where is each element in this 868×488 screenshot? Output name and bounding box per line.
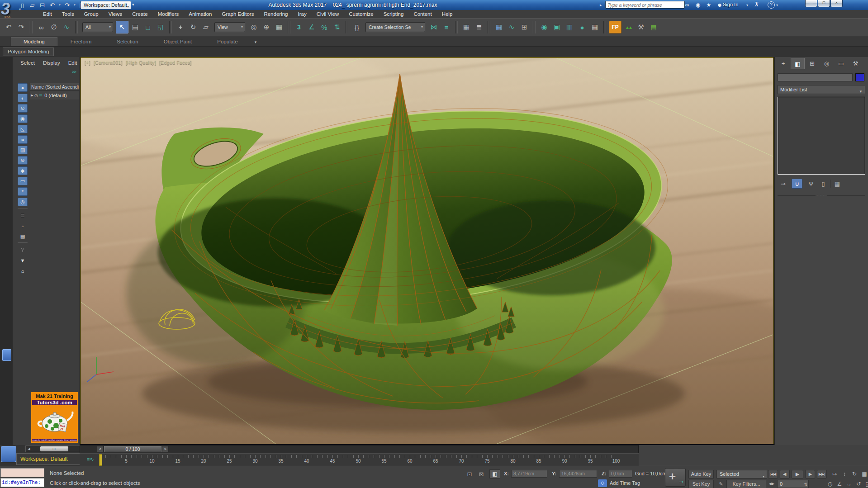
undo-icon[interactable]: ↶ [3,21,14,33]
communication-center-icon[interactable]: ◉ [694,1,702,9]
display-cameras-icon[interactable]: ◉ [18,114,28,123]
edit-named-selections-icon[interactable]: {} [351,21,363,33]
redo-icon[interactable]: ↷ [15,21,27,33]
toolbar-separator[interactable] [455,21,458,33]
display-lights-icon[interactable]: ⊙ [18,104,28,113]
camera-viewport[interactable]: [+][Camera001][High Quality][Edged Faces… [81,57,773,444]
viewport-label-segment[interactable]: [Edged Faces] [159,60,192,65]
y-coordinate-field[interactable]: 16,4428cm [559,470,597,478]
field-of-view-icon[interactable]: ∠ [835,480,844,488]
select-and-move-icon[interactable]: + [175,21,186,33]
next-frame-button[interactable]: |▶ [805,470,815,479]
select-and-link-icon[interactable]: ∞ [35,21,47,33]
time-configuration-icon[interactable]: ◷ [826,480,834,488]
menu-item[interactable]: Help [437,11,458,17]
time-slider-grip[interactable]: 0 / 100 [104,446,161,452]
select-and-scale-icon[interactable]: ▱ [200,21,212,33]
previous-frame-button[interactable]: ◀| [780,470,790,479]
explorer-overflow-icon[interactable]: >> [72,70,76,74]
search-toggle-icon[interactable]: ▸ [600,3,602,7]
container-icon[interactable]: ⌂ [18,266,28,275]
motion-tab[interactable]: ◎ [820,58,834,69]
rectangular-selection-icon[interactable]: □ [142,21,154,33]
display-frozen-objects-icon[interactable]: ▭ [18,177,28,185]
hierarchy-tab[interactable]: ⊞ [805,58,819,69]
toolbar-separator[interactable] [75,21,78,33]
visibility-eye-icon[interactable]: ⊙ [34,93,38,98]
unlink-selection-icon[interactable]: ∅ [48,21,60,33]
maxscript-mini-listener-macro[interactable] [0,468,44,477]
polygon-modeling-panel-button[interactable]: Polygon Modeling [3,47,54,56]
go-to-start-button[interactable]: |◀◀ [768,470,778,479]
snaps-toggle-icon[interactable]: 3 [293,21,305,33]
minimize-button[interactable]: — [805,0,817,7]
explorer-menu-edit[interactable]: Edit [64,60,81,66]
render-production-icon[interactable]: ● [576,21,588,33]
sort-options-icon[interactable]: ≣ [18,211,28,220]
menu-item[interactable]: Iray [293,11,311,17]
align-icon[interactable]: ≡ [441,21,452,33]
add-time-tag-icon[interactable]: ◇ [598,479,607,487]
undo-icon[interactable]: ↶ [48,1,57,9]
menu-item[interactable]: Views [104,11,127,17]
panel-separator[interactable] [790,180,790,188]
frame-step-icons[interactable]: ◀▶ [768,480,775,488]
favorites-icon[interactable]: ★ [705,1,713,9]
open-file-icon[interactable]: ▱ [28,1,37,9]
selection-filter-dropdown[interactable]: All [82,22,113,32]
explorer-menu-display[interactable]: Display [39,60,64,66]
help-icon[interactable]: ? [768,1,775,9]
undo-dropdown-icon[interactable]: ▾ [58,1,62,9]
display-materials-icon[interactable]: ▨ [18,146,28,154]
menu-item[interactable]: Modifiers [153,11,184,17]
ribbon-tab-object-paint[interactable]: Object Paint [152,38,204,46]
scene-explorer-toggle-icon[interactable]: ▦ [460,21,472,33]
ribbon-toggle-icon[interactable]: ▦ [493,21,505,33]
roll-camera-icon[interactable]: ↻ [850,470,859,478]
render-presets-icon[interactable]: ▦ [589,21,601,33]
binoculars-icon[interactable]: ∞ [683,1,691,9]
next-frame-arrow[interactable]: > [162,446,169,452]
play-button[interactable]: ▶ [792,470,803,479]
viewport-label-segment[interactable]: [+] [85,60,90,65]
toolbar-separator[interactable] [288,21,290,33]
expand-arrow-icon[interactable]: ▶ [31,94,33,97]
modify-tab[interactable]: ◧ [791,58,805,69]
set-keys-button[interactable]: + ⊸ [665,468,686,487]
pin-stack-icon[interactable]: ⊸ [778,179,788,189]
ribbon-tabs-dropdown-icon[interactable]: ▾ [251,38,261,46]
select-children-icon[interactable]: ▫ [18,222,28,230]
display-bone-objects-icon[interactable]: * [18,187,28,196]
material-editor-icon[interactable]: ◉ [538,21,550,33]
strip-separator[interactable] [18,242,28,243]
menu-item[interactable]: Edit [38,11,57,17]
project-panel-icon[interactable]: ▤ [648,21,659,33]
remove-modifier-icon[interactable]: ▯ [818,179,829,189]
display-particle-systems-icon[interactable]: ◆ [18,166,28,175]
explorer-column-header[interactable]: Name (Sorted Ascending) [30,83,79,91]
toolbar-separator[interactable] [169,21,172,33]
menu-item[interactable]: Animation [184,11,217,17]
object-name-field[interactable] [778,73,853,81]
set-key-button[interactable]: Set Key [688,480,714,488]
forest-pack-button[interactable]: FP [609,21,621,33]
open-mini-curve-editor-icon[interactable]: ≡∿ [87,456,94,462]
viewport-label-segment[interactable]: [High Quality] [126,60,156,65]
utilities-tab[interactable]: ⚒ [849,58,863,69]
object-properties-icon[interactable]: ▤ [18,232,28,241]
use-pivot-center-icon[interactable]: ◎ [248,21,260,33]
timeline-current-frame-marker[interactable] [99,454,102,466]
display-shapes-icon[interactable]: ◐ [18,94,28,102]
ribbon-tab-populate[interactable]: Populate [205,38,250,46]
reference-coordinate-dropdown[interactable]: View [214,22,245,32]
menu-item[interactable]: Rendering [259,11,293,17]
3dsmax-logo[interactable]: 3 MAX ▾ [1,0,21,22]
menu-item[interactable]: Content [408,11,436,17]
set-key-filters-icon[interactable]: ✎ [717,480,725,488]
ribbon-tab-selection[interactable]: Selection [104,38,150,46]
key-filters-button[interactable]: Key Filters... [726,480,766,488]
angle-snap-icon[interactable]: ∠ [306,21,318,33]
save-file-icon[interactable]: ⊟ [38,1,47,9]
display-space-warps-icon[interactable]: ≈ [18,135,28,144]
toolbox-icon[interactable]: ⚒ [635,21,647,33]
